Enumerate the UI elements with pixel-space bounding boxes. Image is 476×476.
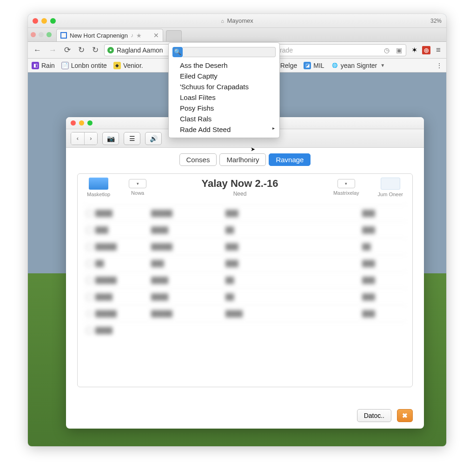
- list-row: ███████████: [83, 255, 407, 271]
- dropdown-search-row: 🔍: [172, 46, 276, 57]
- minimize-window-button[interactable]: [41, 18, 47, 24]
- header-item-label: Nowa: [131, 190, 144, 196]
- dropdown-search-input[interactable]: [183, 47, 276, 57]
- bookmark-icon: 📄: [61, 62, 69, 69]
- list-row: ███████████████: [83, 238, 407, 255]
- tab-audio-icon: ♪: [131, 32, 133, 39]
- header-item-label: Jum Oneer: [378, 192, 403, 197]
- back-button[interactable]: ←: [32, 46, 43, 55]
- bookmark-venior[interactable]: ◆ Venior.: [113, 62, 143, 69]
- action-orange-button[interactable]: ✖: [397, 409, 413, 422]
- inner-back-button[interactable]: ‹: [71, 132, 84, 145]
- app-icon: ⌂: [221, 18, 224, 24]
- address-text: Ragland Aаmon: [117, 46, 163, 54]
- tab-title: New Hort Crapnenign: [70, 32, 128, 39]
- dropdown-icon: ▾: [129, 179, 146, 188]
- inner-minimize-button[interactable]: [79, 120, 84, 126]
- zoom-window-button[interactable]: [50, 18, 56, 24]
- bookmark-label: Relge: [280, 62, 298, 69]
- list-row: █████████████: [83, 288, 407, 305]
- dropdown-item[interactable]: Loasl Fiïtes: [169, 92, 279, 103]
- history-icon[interactable]: ◷: [383, 46, 391, 54]
- panel-header: Masketlop ▾ Nowa Yalay Now 2.-16 Need ▾ …: [78, 174, 412, 200]
- thumb-icon: [89, 178, 108, 190]
- header-item-nowa[interactable]: ▾ Nowa: [129, 179, 146, 196]
- window-title: ⌂ Mayomex: [221, 17, 253, 24]
- refresh-button[interactable]: ↻: [90, 45, 100, 55]
- dropdown-icon: ▾: [337, 179, 355, 188]
- tab-close-icon[interactable]: ✕: [153, 32, 159, 39]
- tab-favicon: [60, 32, 67, 39]
- cursor-icon: ➤: [251, 146, 255, 152]
- dropdown-item[interactable]: Clast Rals: [169, 113, 279, 124]
- bookmark-lonbn[interactable]: 📄 Lonbn ontite: [61, 62, 107, 69]
- reload-alt-button[interactable]: ↻: [76, 45, 86, 55]
- bookmark-icon: ◧: [32, 62, 39, 69]
- inner-forward-button[interactable]: ›: [84, 132, 97, 145]
- bookmark-signter[interactable]: 🌐 yean Signter ▼: [331, 62, 385, 69]
- datoc-button[interactable]: Datoc..: [357, 409, 391, 422]
- header-item-masketlop[interactable]: Masketlop: [87, 178, 110, 197]
- tab-star-icon[interactable]: ★: [136, 32, 142, 39]
- zoom-level: 32%: [430, 18, 442, 24]
- bookmark-label: Venior.: [123, 62, 143, 69]
- bookmark-label: Lonbn ontite: [71, 62, 107, 69]
- hamburger-menu-icon[interactable]: ≡: [434, 46, 443, 55]
- close-window-button[interactable]: [33, 18, 38, 24]
- dropdown-item[interactable]: Eiled Captty: [169, 71, 279, 81]
- tab-conses[interactable]: Conses: [179, 153, 217, 166]
- search-dropdown: 🔍 Ass the Deserh Eiled Captty 'Schuus fo…: [168, 42, 280, 138]
- list-tool[interactable]: ☰: [124, 132, 140, 145]
- header-item-mastrixelay[interactable]: ▾ Mastrixelay: [333, 179, 359, 196]
- bookmarks-overflow-icon[interactable]: ⋮: [436, 62, 443, 69]
- extension-icon[interactable]: ✶: [410, 46, 418, 54]
- reload-button[interactable]: ⟳: [62, 45, 73, 55]
- extension-red-icon[interactable]: ◎: [422, 46, 430, 54]
- dropdown-item-submenu[interactable]: Rade Add Steed: [169, 124, 279, 135]
- bookmark-label: Rain: [41, 62, 55, 69]
- tab-ravnage[interactable]: Ravnage: [269, 153, 311, 166]
- list-row: ███████████████: [83, 205, 407, 221]
- dropdown-item[interactable]: Posy Fishs: [169, 103, 279, 113]
- list-row: ████: [83, 322, 407, 338]
- thumb-icon: [381, 178, 400, 190]
- header-item-label: Masketlop: [87, 192, 110, 197]
- camera-tool[interactable]: 📷: [102, 132, 119, 145]
- reader-icon[interactable]: ▣: [395, 46, 403, 54]
- tab-traffic-grey: [39, 32, 44, 37]
- new-tab-button[interactable]: [166, 30, 182, 41]
- dropdown-item[interactable]: 'Schuus for Crapadats: [169, 81, 279, 92]
- tab-traffic-red: [31, 32, 36, 37]
- window-titlebar: ⌂ Mayomex 32%: [28, 14, 446, 28]
- bookmark-mil[interactable]: ◪ MIL: [304, 62, 324, 69]
- site-identity-icon[interactable]: ●: [107, 47, 114, 53]
- nav-segment: ‹ ›: [71, 132, 98, 145]
- panel-subtitle: Need: [165, 191, 315, 197]
- tab-traffic-green: [46, 32, 52, 37]
- panel-title: Yalay Now 2.-16: [165, 178, 315, 190]
- inner-footer: Datoc.. ✖: [357, 409, 413, 422]
- bookmark-rain[interactable]: ◧ Rain: [32, 62, 55, 69]
- list-row: ██████████████: [83, 271, 407, 288]
- segmented-tabs: Conses Marlhoniry Ravnage: [66, 148, 424, 170]
- browser-tabstrip: New Hort Crapnenign ♪ ★ ✕: [28, 28, 446, 42]
- inner-zoom-button[interactable]: [87, 120, 93, 126]
- content-panel: Masketlop ▾ Nowa Yalay Now 2.-16 Need ▾ …: [77, 173, 413, 387]
- panel-title-group: Yalay Now 2.-16 Need: [165, 178, 315, 197]
- bookmark-label: yean Signter: [341, 62, 377, 69]
- search-icon[interactable]: 🔍: [172, 47, 183, 57]
- chevron-down-icon: ▼: [380, 63, 385, 68]
- header-item-jumoneer[interactable]: Jum Oneer: [378, 178, 403, 197]
- header-item-label: Mastrixelay: [333, 190, 359, 196]
- forward-button[interactable]: →: [47, 46, 59, 55]
- dropdown-item[interactable]: Ass the Deserh: [169, 60, 279, 71]
- bookmark-icon: 🌐: [331, 62, 338, 69]
- tab-marlhoniry[interactable]: Marlhoniry: [219, 153, 266, 166]
- inner-close-button[interactable]: [71, 120, 76, 126]
- list-row: █████████████████: [83, 305, 407, 322]
- bookmark-label: MIL: [313, 62, 324, 69]
- bookmark-icon: ◆: [113, 62, 121, 69]
- sound-tool[interactable]: 🔊: [145, 132, 162, 145]
- browser-tab[interactable]: New Hort Crapnenign ♪ ★ ✕: [56, 29, 163, 41]
- app-name: Mayomex: [227, 17, 253, 24]
